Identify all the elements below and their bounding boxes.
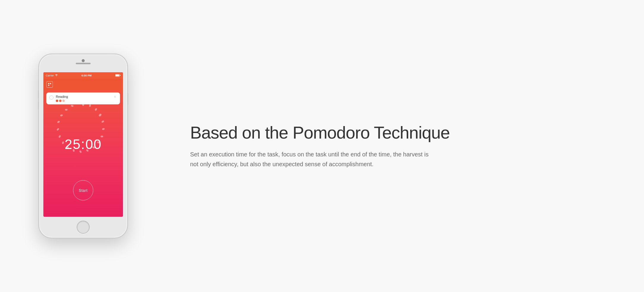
task-name: Reading — [56, 95, 111, 98]
left-section: Carrier 6:00 PM — [0, 0, 166, 292]
home-button[interactable] — [77, 221, 90, 234]
main-title: Based on the Pomodoro Technique — [190, 123, 620, 143]
earpiece-speaker — [76, 63, 91, 64]
phone-mockup: Carrier 6:00 PM — [39, 54, 128, 238]
task-progress-dots — [56, 100, 111, 102]
volume-up-button — [38, 90, 39, 98]
front-camera — [82, 59, 85, 62]
svg-point-24 — [65, 109, 68, 111]
task-content: Reading — [56, 95, 111, 102]
svg-point-7 — [89, 104, 91, 107]
status-time: 6:00 PM — [81, 74, 91, 77]
svg-point-22 — [57, 120, 60, 123]
svg-rect-3 — [48, 83, 49, 84]
svg-rect-5 — [48, 85, 49, 86]
svg-point-25 — [71, 105, 74, 107]
svg-point-8 — [94, 108, 97, 111]
right-section: Based on the Pomodoro Technique Set an e… — [166, 105, 644, 187]
wifi-icon — [55, 74, 58, 77]
app-header — [43, 79, 123, 90]
progress-dot-3 — [62, 100, 65, 102]
svg-rect-2 — [116, 75, 119, 76]
main-description: Set an execution time for the task, focu… — [190, 150, 434, 169]
progress-dot-2 — [59, 100, 61, 102]
svg-point-23 — [60, 114, 63, 117]
task-close-button[interactable]: × — [113, 95, 117, 99]
svg-point-10 — [101, 120, 105, 123]
task-checkbox[interactable] — [49, 95, 53, 100]
status-left: Carrier — [46, 74, 58, 77]
phone-bottom — [39, 217, 127, 238]
status-bar: Carrier 6:00 PM — [43, 72, 123, 79]
carrier-label: Carrier — [46, 74, 54, 77]
progress-dot-1 — [56, 100, 58, 102]
power-button — [127, 93, 128, 105]
status-right — [115, 74, 121, 77]
svg-rect-1 — [120, 75, 121, 76]
svg-rect-4 — [50, 83, 51, 84]
battery-icon — [115, 74, 121, 77]
volume-down-button — [38, 101, 39, 110]
timer-display: 25:00 — [43, 136, 123, 152]
phone-screen: Carrier 6:00 PM — [43, 72, 123, 217]
svg-point-11 — [102, 128, 105, 130]
app-icon — [46, 81, 53, 88]
phone-top — [39, 54, 127, 72]
start-button[interactable]: Start — [73, 180, 93, 200]
start-label: Start — [79, 188, 88, 193]
